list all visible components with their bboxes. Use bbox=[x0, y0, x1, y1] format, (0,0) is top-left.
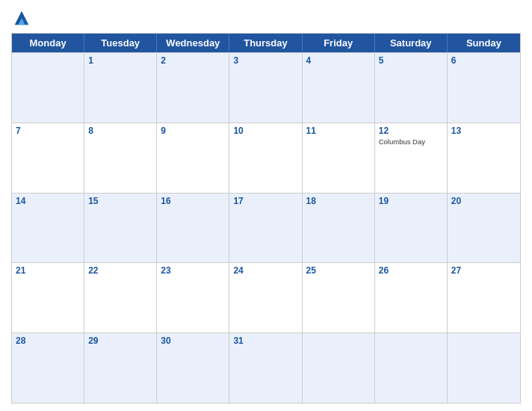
calendar-cell: 26 bbox=[375, 263, 448, 333]
calendar-cell: 13 bbox=[448, 123, 520, 193]
calendar-cell: 27 bbox=[448, 263, 520, 333]
header bbox=[11, 7, 521, 28]
calendar-cell: 6 bbox=[448, 53, 520, 123]
calendar-cell: 29 bbox=[84, 333, 157, 403]
cell-date: 13 bbox=[451, 126, 516, 136]
calendar-cell: 18 bbox=[303, 194, 375, 263]
cell-date: 1 bbox=[88, 55, 152, 66]
calendar-row: 789101112Columbus Day13 bbox=[12, 123, 520, 193]
header-cell-sunday: Sunday bbox=[448, 34, 520, 52]
cell-date: 16 bbox=[161, 196, 225, 206]
cell-date: 29 bbox=[88, 336, 152, 346]
cell-date: 7 bbox=[16, 126, 80, 136]
calendar-cell: 23 bbox=[157, 263, 229, 333]
calendar-cell: 9 bbox=[157, 123, 229, 193]
calendar-cell: 3 bbox=[229, 53, 302, 123]
cell-date: 17 bbox=[233, 196, 297, 206]
cell-date: 2 bbox=[161, 55, 225, 66]
calendar-row: 0123456 bbox=[12, 52, 520, 123]
calendar-cell: 21 bbox=[12, 263, 84, 333]
calendar-cell: 28 bbox=[12, 333, 84, 403]
calendar-cell: 5 bbox=[375, 53, 448, 123]
cell-date: 20 bbox=[451, 196, 516, 206]
cell-date: 3 bbox=[233, 55, 297, 66]
cell-date: 18 bbox=[306, 196, 371, 206]
calendar-cell: 15 bbox=[84, 194, 157, 263]
calendar-body: 0123456789101112Columbus Day131415161718… bbox=[12, 52, 520, 403]
calendar-row: 21222324252627 bbox=[12, 262, 520, 333]
calendar-cell: 24 bbox=[229, 263, 302, 333]
country-label bbox=[461, 7, 521, 10]
calendar-cell: 0 bbox=[375, 333, 448, 403]
cell-date: 6 bbox=[451, 55, 516, 66]
cell-date: 8 bbox=[88, 126, 152, 136]
cell-date: 0 bbox=[16, 55, 80, 66]
cell-date: 31 bbox=[233, 336, 297, 346]
calendar-cell: 0 bbox=[12, 53, 84, 123]
cell-date: 15 bbox=[88, 196, 152, 206]
cell-date: 12 bbox=[379, 126, 443, 136]
cell-date: 5 bbox=[379, 55, 443, 66]
calendar-header-row: MondayTuesdayWednesdayThursdayFridaySatu… bbox=[12, 34, 520, 52]
cell-date: 30 bbox=[161, 336, 225, 346]
calendar-cell: 7 bbox=[12, 123, 84, 193]
calendar-row: 28293031000 bbox=[12, 333, 520, 403]
cell-date: 9 bbox=[161, 126, 225, 136]
calendar-cell: 8 bbox=[84, 123, 157, 193]
header-cell-thursday: Thursday bbox=[229, 34, 302, 52]
header-cell-saturday: Saturday bbox=[375, 34, 448, 52]
cell-date: 0 bbox=[451, 336, 516, 346]
cell-date: 22 bbox=[88, 265, 152, 276]
cell-date: 24 bbox=[233, 265, 297, 276]
calendar-cell: 22 bbox=[84, 263, 157, 333]
cell-date: 11 bbox=[306, 126, 371, 136]
cell-date: 28 bbox=[16, 336, 80, 346]
calendar-cell: 1 bbox=[84, 53, 157, 123]
calendar-cell: 20 bbox=[448, 194, 520, 263]
cell-date: 4 bbox=[306, 55, 371, 66]
header-cell-wednesday: Wednesday bbox=[157, 34, 229, 52]
calendar-cell: 11 bbox=[303, 123, 375, 193]
calendar-cell: 25 bbox=[303, 263, 375, 333]
header-cell-friday: Friday bbox=[303, 34, 375, 52]
general-blue-icon bbox=[11, 7, 32, 28]
calendar-cell: 2 bbox=[157, 53, 229, 123]
cell-date: 0 bbox=[306, 336, 371, 346]
calendar-cell: 14 bbox=[12, 194, 84, 263]
calendar: MondayTuesdayWednesdayThursdayFridaySatu… bbox=[11, 33, 521, 404]
calendar-row: 14151617181920 bbox=[12, 193, 520, 263]
cell-date: 0 bbox=[379, 336, 443, 346]
calendar-cell: 30 bbox=[157, 333, 229, 403]
cell-date: 23 bbox=[161, 265, 225, 276]
cell-date: 27 bbox=[451, 265, 516, 276]
cell-date: 14 bbox=[16, 196, 80, 206]
cell-date: 19 bbox=[379, 196, 443, 206]
logo bbox=[11, 7, 35, 28]
cell-date: 21 bbox=[16, 265, 80, 276]
cell-date: 10 bbox=[233, 126, 297, 136]
calendar-cell: 17 bbox=[229, 194, 302, 263]
calendar-cell: 16 bbox=[157, 194, 229, 263]
cell-date: 26 bbox=[379, 265, 443, 276]
calendar-cell: 10 bbox=[229, 123, 302, 193]
calendar-cell: 31 bbox=[229, 333, 302, 403]
header-cell-tuesday: Tuesday bbox=[84, 34, 157, 52]
calendar-page: MondayTuesdayWednesdayThursdayFridaySatu… bbox=[0, 0, 532, 411]
cell-date: 25 bbox=[306, 265, 371, 276]
header-cell-monday: Monday bbox=[12, 34, 84, 52]
calendar-cell: 19 bbox=[375, 194, 448, 263]
cell-event: Columbus Day bbox=[379, 137, 443, 146]
calendar-cell: 0 bbox=[303, 333, 375, 403]
calendar-cell: 4 bbox=[303, 53, 375, 123]
calendar-cell: 0 bbox=[448, 333, 520, 403]
calendar-cell: 12Columbus Day bbox=[375, 123, 448, 193]
